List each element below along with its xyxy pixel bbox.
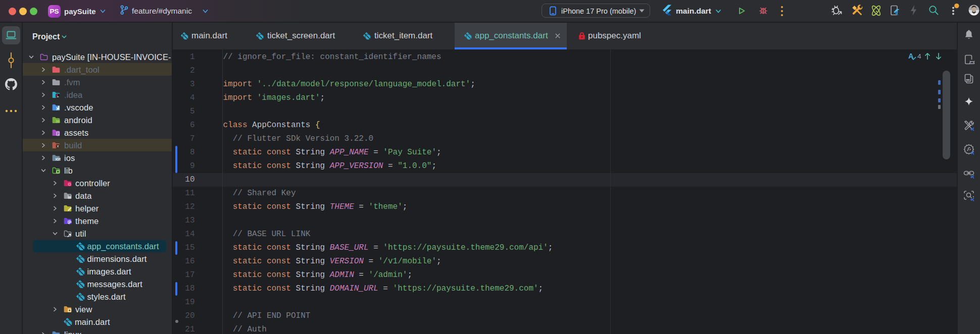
svg-text:iOS: iOS <box>56 157 61 160</box>
